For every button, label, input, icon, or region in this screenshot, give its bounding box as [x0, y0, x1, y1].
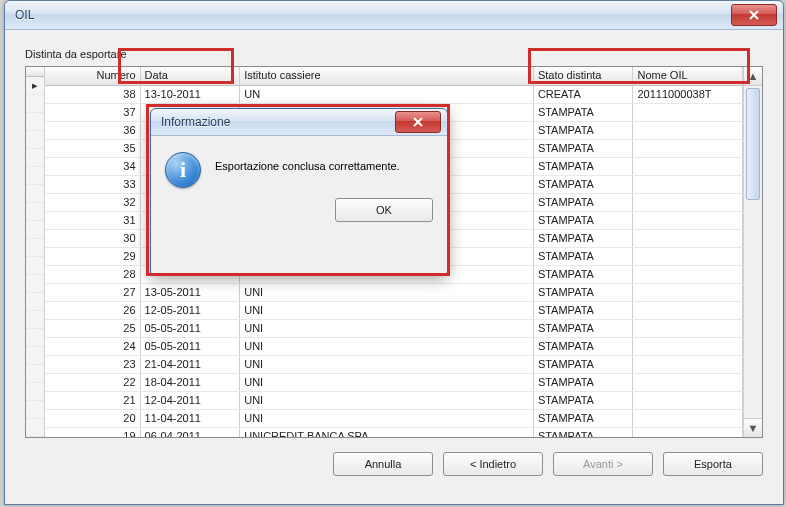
- dialog-close-button[interactable]: [395, 111, 441, 133]
- table-row[interactable]: 2505-05-2011UNISTAMPATA: [45, 320, 743, 338]
- col-stato[interactable]: Stato distinta: [534, 67, 634, 85]
- cell-nome: [633, 248, 743, 265]
- cell-nome: [633, 194, 743, 211]
- cell-data: 05-05-2011: [141, 338, 241, 355]
- cell-stato: STAMPATA: [534, 122, 634, 139]
- cell-nome: [633, 320, 743, 337]
- cell-nome: [633, 104, 743, 121]
- cell-numero: 31: [45, 212, 141, 229]
- cell-nome: [633, 392, 743, 409]
- cell-data: 06-04-2011: [141, 428, 241, 437]
- row-selector[interactable]: [26, 401, 44, 419]
- cell-stato: STAMPATA: [534, 374, 634, 391]
- cell-numero: 29: [45, 248, 141, 265]
- cell-numero: 26: [45, 302, 141, 319]
- row-selector[interactable]: ▸: [26, 77, 44, 95]
- cell-istituto: UNICREDIT BANCA SPA: [240, 428, 534, 437]
- table-row[interactable]: 2405-05-2011UNISTAMPATA: [45, 338, 743, 356]
- row-selector[interactable]: [26, 185, 44, 203]
- table-row[interactable]: 2112-04-2011UNISTAMPATA: [45, 392, 743, 410]
- cell-stato: STAMPATA: [534, 338, 634, 355]
- cancel-button[interactable]: Annulla: [333, 452, 433, 476]
- row-selector[interactable]: [26, 311, 44, 329]
- row-selector[interactable]: [26, 347, 44, 365]
- cell-nome: [633, 428, 743, 437]
- table-row[interactable]: 2011-04-2011UNISTAMPATA: [45, 410, 743, 428]
- cell-stato: STAMPATA: [534, 284, 634, 301]
- row-selector[interactable]: [26, 257, 44, 275]
- row-selector[interactable]: [26, 293, 44, 311]
- dialog-titlebar[interactable]: Informazione: [151, 109, 447, 136]
- cell-numero: 32: [45, 194, 141, 211]
- row-selector[interactable]: [26, 275, 44, 293]
- ok-button[interactable]: OK: [335, 198, 433, 222]
- titlebar[interactable]: OIL: [5, 1, 783, 30]
- table-row[interactable]: 2321-04-2011UNISTAMPATA: [45, 356, 743, 374]
- table-row[interactable]: 2713-05-2011UNISTAMPATA: [45, 284, 743, 302]
- scroll-track[interactable]: [744, 86, 762, 418]
- row-selector[interactable]: [26, 203, 44, 221]
- row-selector[interactable]: [26, 239, 44, 257]
- cell-data: 12-04-2011: [141, 392, 241, 409]
- cell-stato: STAMPATA: [534, 104, 634, 121]
- cell-nome: [633, 176, 743, 193]
- cell-istituto: UNI: [240, 320, 534, 337]
- col-nome[interactable]: Nome OIL: [633, 67, 743, 85]
- cell-data: 11-04-2011: [141, 410, 241, 427]
- scroll-up-button[interactable]: ▲: [744, 67, 762, 86]
- section-caption: Distinta da esportare: [25, 48, 763, 60]
- cell-stato: STAMPATA: [534, 140, 634, 157]
- cell-nome: [633, 374, 743, 391]
- table-row[interactable]: 3813-10-2011UNCREATA20111000038T: [45, 86, 743, 104]
- row-selector[interactable]: [26, 167, 44, 185]
- cell-numero: 23: [45, 356, 141, 373]
- scroll-down-button[interactable]: ▼: [744, 418, 762, 437]
- window-title: OIL: [15, 8, 731, 22]
- cell-nome: [633, 284, 743, 301]
- row-selector[interactable]: [26, 221, 44, 239]
- cell-nome: [633, 122, 743, 139]
- cell-numero: 22: [45, 374, 141, 391]
- export-button[interactable]: Esporta: [663, 452, 763, 476]
- row-selector[interactable]: [26, 329, 44, 347]
- cell-nome: [633, 338, 743, 355]
- cell-numero: 24: [45, 338, 141, 355]
- vertical-scrollbar[interactable]: ▲ ▼: [743, 67, 762, 437]
- cell-data: 18-04-2011: [141, 374, 241, 391]
- row-selector[interactable]: [26, 113, 44, 131]
- back-button[interactable]: < Indietro: [443, 452, 543, 476]
- table-row[interactable]: 2612-05-2011UNISTAMPATA: [45, 302, 743, 320]
- cell-stato: STAMPATA: [534, 194, 634, 211]
- cell-numero: 37: [45, 104, 141, 121]
- row-selector[interactable]: [26, 149, 44, 167]
- cell-numero: 36: [45, 122, 141, 139]
- cell-nome: [633, 410, 743, 427]
- row-selector[interactable]: [26, 383, 44, 401]
- cell-istituto: UNI: [240, 284, 534, 301]
- col-numero[interactable]: Numero: [45, 67, 141, 85]
- row-selector[interactable]: [26, 419, 44, 437]
- cell-numero: 28: [45, 266, 141, 283]
- wizard-buttons: Annulla < Indietro Avanti > Esporta: [25, 452, 763, 476]
- cell-stato: STAMPATA: [534, 320, 634, 337]
- cell-istituto: UNI: [240, 356, 534, 373]
- row-selector[interactable]: [26, 365, 44, 383]
- scroll-thumb[interactable]: [746, 88, 760, 200]
- close-icon: [413, 117, 423, 127]
- col-data[interactable]: Data: [141, 67, 241, 85]
- cell-nome: [633, 158, 743, 175]
- table-row[interactable]: 2218-04-2011UNISTAMPATA: [45, 374, 743, 392]
- cell-istituto: UNI: [240, 374, 534, 391]
- row-selector[interactable]: [26, 95, 44, 113]
- cell-nome: [633, 266, 743, 283]
- row-selector[interactable]: [26, 131, 44, 149]
- col-istituto[interactable]: Istituto cassiere: [240, 67, 534, 85]
- cell-numero: 34: [45, 158, 141, 175]
- table-row[interactable]: 1906-04-2011UNICREDIT BANCA SPASTAMPATA: [45, 428, 743, 437]
- cell-istituto: UNI: [240, 338, 534, 355]
- cell-stato: STAMPATA: [534, 212, 634, 229]
- next-button: Avanti >: [553, 452, 653, 476]
- cell-data: 13-10-2011: [141, 86, 241, 103]
- close-button[interactable]: [731, 4, 777, 26]
- cell-data: 12-05-2011: [141, 302, 241, 319]
